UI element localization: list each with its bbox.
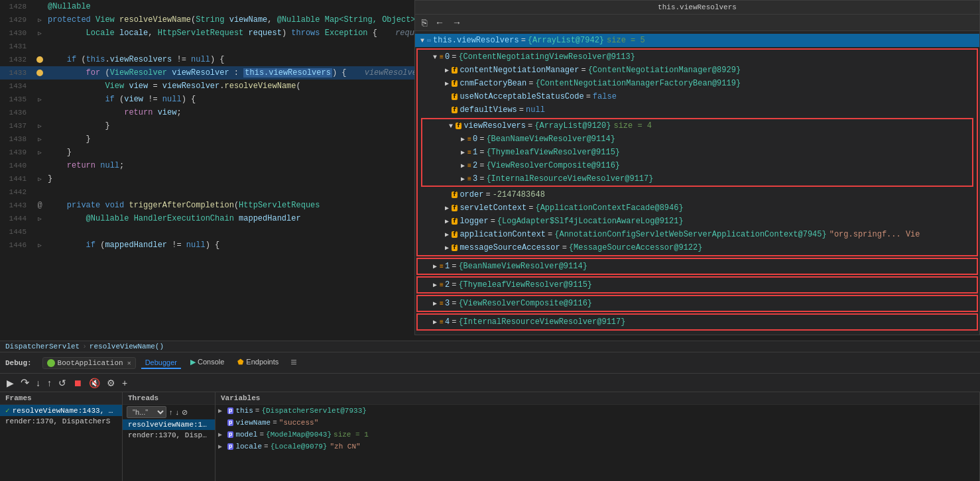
breadcrumb-method[interactable]: resolveViewName() [90,343,164,350]
resume-btn[interactable]: ▶ [4,376,17,390]
code-line-1429: 1429 ▷ protected View resolveViewName(St… [0,13,414,27]
code-line-1443-at: 1443 @ private void triggerAfterCompleti… [0,199,414,212]
code-line-1439: 1439 ▷ } [0,146,414,159]
debug-panel: Debug: BootApplication ✕ Debugger ▶Conso… [0,352,980,481]
debug-tab-bar: Debug: BootApplication ✕ Debugger ▶Conso… [0,352,980,374]
threads-section: Threads "h..." ↑ ↓ ⊘ resolveViewName:143… [123,392,215,481]
debug-app-badge: BootApplication ✕ [42,357,136,369]
var-this[interactable]: ▶ p this = {DispatcherServlet@7933} [215,405,979,417]
code-line-1437: 1437 ▷ } [0,119,414,133]
mute-btn[interactable]: 🔇 [86,376,103,390]
thread-down-btn[interactable]: ↓ [176,408,180,416]
code-line-1428: 1428 @Nullable [0,0,414,13]
tree-item-2-border: ▶ ≡ 2 = {ThymeleafViewResolver@9115} [416,276,978,294]
code-line-1445: 1445 [0,225,414,239]
thread-filter-btn[interactable]: ⊘ [182,408,188,417]
tooltip-toolbar: ⎘ ← → [415,15,979,31]
tree-item-1-border: ▶ ≡ 1 = {BeanNameViewResolver@9114} [416,258,978,275]
tree-item-0-cnmfb[interactable]: ▶ f cnmFactoryBean = {ContentNegotiation… [418,77,976,90]
var-locale[interactable]: ▶ p locale = {Locale@9079} "zh CN" [215,441,979,453]
code-line-1435: 1435 ▷ if (view != null) { [0,93,414,106]
code-lines: 1428 @Nullable 1429 ▷ protected View res… [0,0,414,252]
thread-selector-row: "h..." ↑ ↓ ⊘ [123,405,215,419]
tree-item-1[interactable]: ▶ ≡ 1 = {BeanNameViewResolver@9114} [418,260,976,273]
debug-close-btn[interactable]: ✕ [127,359,131,367]
tooltip-copy-btn[interactable]: ⎘ [419,16,430,29]
breadcrumb-bar: DispatcherServlet › resolveViewName() [0,341,980,352]
debug-toolbar: ▶ ↷ ↓ ↑ ↺ ⏹ 🔇 ⚙ + [0,374,980,392]
tooltip-title: this.viewResolvers [658,3,737,11]
thread-selector[interactable]: "h..." [127,406,166,418]
tooltip-back-btn[interactable]: ← [432,16,447,29]
tree-item-order[interactable]: ▶ f order = -2147483648 [418,188,976,201]
tree-item-vr-3[interactable]: ▶ ≡ 3 = {InternalResourceViewResolver@91… [422,172,972,186]
tab-list-btn[interactable]: ≡ [290,357,297,369]
tree-item-4[interactable]: ▶ ≡ 4 = {InternalResourceViewResolver@91… [418,315,976,329]
tree-item-3-border: ▶ ≡ 3 = {ViewResolverComposite@9116} [416,295,978,312]
main-container: 1428 @Nullable 1429 ▷ protected View res… [0,0,980,481]
debug-app-name: BootApplication [58,359,123,367]
tree-item-vr-1[interactable]: ▶ ≡ 1 = {ThymeleafViewResolver@9115} [422,146,972,159]
tree-item-vr-2[interactable]: ▶ ≡ 2 = {ViewResolverComposite@9116} [422,159,972,172]
thread-frame-active[interactable]: resolveViewName:1433, D... [123,419,215,430]
step-into-btn[interactable]: ↓ [33,376,43,390]
tree-item-0[interactable]: ▼ ≡ 0 = {ContentNegotiatingViewResolver@… [418,50,976,64]
tab-console[interactable]: ▶Console [186,356,228,369]
tree-item-0-dv[interactable]: ▶ f defaultViews = null [418,103,976,117]
code-line-1444: 1444 ▷ @Nullable HandlerExecutionChain m… [0,212,414,225]
tree-item-4-border: ▶ ≡ 4 = {InternalResourceViewResolver@91… [416,313,978,331]
frames-section: Frames ✓resolveViewName:1433, D... rende… [0,392,123,481]
tree-item-2[interactable]: ▶ ≡ 2 = {ThymeleafViewResolver@9115} [418,278,976,292]
thread-up-btn[interactable]: ↑ [169,408,173,416]
editor-area: 1428 @Nullable 1429 ▷ protected View res… [0,0,980,341]
debug-content: Frames ✓resolveViewName:1433, D... rende… [0,392,980,481]
code-line-1440: 1440 return null; [0,159,414,172]
code-panel: 1428 @Nullable 1429 ▷ protected View res… [0,0,414,341]
code-line-1436: 1436 return view; [0,106,414,119]
step-out-btn[interactable]: ↑ [44,376,54,390]
code-line-1441: 1441 ▷ } [0,172,414,186]
code-line-1431: 1431 [0,40,414,53]
restart-btn[interactable]: ↺ [56,376,69,390]
tree-item-vr-0[interactable]: ▶ ≡ 0 = {BeanNameViewResolver@9114} [422,133,972,146]
code-line-1432: 1432 if (this.viewResolvers != null) { [0,53,414,66]
stop-btn[interactable]: ⏹ [70,376,85,390]
add-btn[interactable]: + [119,376,130,390]
tree-item-msa[interactable]: ▶ f messageSourceAccessor = {MessageSour… [418,241,976,254]
frames-title: Frames [0,392,122,405]
threads-title: Threads [123,392,215,405]
tab-debugger[interactable]: Debugger [141,357,181,369]
frame-item-1[interactable]: render:1370, DispatcherS [0,416,122,427]
tree-item-root[interactable]: ▼ ∞ this.viewResolvers = {ArrayList@7942… [415,34,979,47]
code-line-1438: 1438 ▷ } [0,133,414,146]
variables-title: Variables [215,392,979,405]
breakpoint-1433 [36,70,43,76]
thread-frame-render[interactable]: render:1370, DispatcherS [123,430,215,441]
tree-item-3[interactable]: ▶ ≡ 3 = {ViewResolverComposite@9116} [418,297,976,310]
breadcrumb-dispatcher[interactable]: DispatcherServlet [5,343,80,350]
variables-section: Variables ▶ p this = {DispatcherServlet@… [215,392,980,481]
tree-item-logger[interactable]: ▶ f logger = {LogAdapter$Slf4jLocationAw… [418,215,976,228]
settings-btn[interactable]: ⚙ [104,376,118,390]
tooltip-content: ▼ ∞ this.viewResolvers = {ArrayList@7942… [415,31,979,335]
tree-item-0-cnm[interactable]: ▶ f contentNegotiationManager = {Content… [418,64,976,77]
tree-item-0-una[interactable]: ▶ f useNotAcceptableStatusCode = false [418,90,976,103]
tree-item-vr[interactable]: ▼ f viewResolvers = {ArrayList@9120} siz… [422,119,972,133]
step-over-btn[interactable]: ↷ [18,375,32,390]
var-model[interactable]: ▶ p model = {ModelMap@9043} size = 1 [215,429,979,441]
code-line-1434: 1434 View view = viewResolver.resolveVie… [0,80,414,93]
tooltip-popup: this.viewResolvers ⎘ ← → ▼ ∞ this.viewRe… [414,0,980,335]
tab-endpoints[interactable]: ⬟Endpoints [233,356,282,369]
tooltip-forward-btn[interactable]: → [450,16,464,29]
code-line-1430: 1430 ▷ Locale locale, HttpServletRequest… [0,27,414,40]
frame-item-0[interactable]: ✓resolveViewName:1433, D... [0,405,122,416]
tree-item-sc[interactable]: ▶ f servletContext = {ApplicationContext… [418,201,976,215]
code-line-1446: 1446 ▷ if (mappedHandler != null) { [0,239,414,252]
debug-app-icon [47,359,55,367]
tree-vr-border: ▼ f viewResolvers = {ArrayList@9120} siz… [421,118,973,187]
code-line-1433: 1433 for (ViewResolver viewResolver : th… [0,66,414,80]
tree-item-ac[interactable]: ▶ f applicationContext = {AnnotationConf… [418,228,976,241]
breakpoint-1432 [36,56,43,63]
var-viewname[interactable]: ▶ p viewName = "success" [215,417,979,429]
tree-item-0-border: ▼ ≡ 0 = {ContentNegotiatingViewResolver@… [416,48,978,256]
